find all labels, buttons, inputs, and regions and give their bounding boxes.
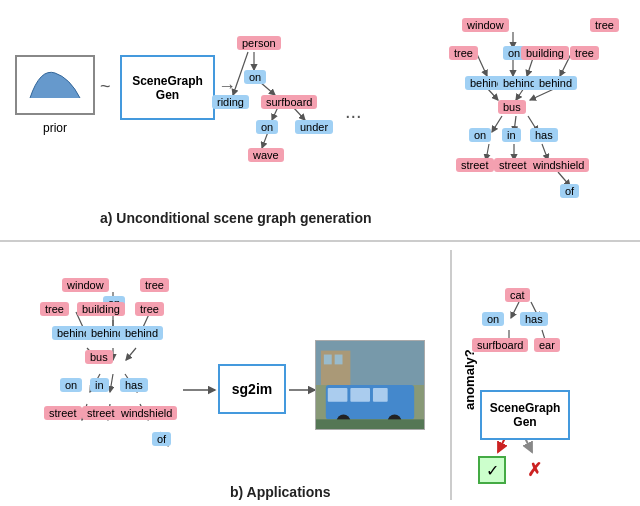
node-of-top: of	[560, 184, 579, 198]
node-street2-bot: street	[82, 406, 120, 420]
svg-rect-51	[373, 388, 388, 402]
node-building-top: building	[521, 46, 569, 60]
node-in-top: in	[502, 128, 521, 142]
node-street1-bot: street	[44, 406, 82, 420]
node-in-bot: in	[90, 378, 109, 392]
prior-label: prior	[38, 120, 72, 136]
vertical-divider	[450, 250, 452, 500]
check-box: ✓	[478, 456, 506, 484]
node-tree-bot-r: tree	[135, 302, 164, 316]
svg-line-31	[110, 374, 113, 392]
scenegraphgen-label-bot: SceneGraphGen	[490, 401, 561, 429]
scenegraphgen-label-top: SceneGraphGen	[132, 74, 203, 102]
node-behind3-top: behind	[534, 76, 577, 90]
node-street1-top: street	[456, 158, 494, 172]
node-ear: ear	[534, 338, 560, 352]
node-window-bot: window	[62, 278, 109, 292]
node-tree-right-top: tree	[570, 46, 599, 60]
node-has-top: has	[530, 128, 558, 142]
node-on-bus-top: on	[469, 128, 491, 142]
node-tree-bot-tl: tree	[140, 278, 169, 292]
node-tree-bot-l: tree	[40, 302, 69, 316]
node-on-bot-bus: on	[60, 378, 82, 392]
node-has-cat: has	[520, 312, 548, 326]
scenegraphgen-box-bot: SceneGraphGen	[480, 390, 570, 440]
sg2im-box: sg2im	[218, 364, 286, 414]
svg-line-28	[126, 348, 136, 360]
svg-rect-47	[335, 355, 343, 365]
node-tree-left-top: tree	[449, 46, 478, 60]
tilde-symbol: ~	[100, 76, 111, 97]
bus-image	[315, 340, 425, 430]
node-cat: cat	[505, 288, 530, 302]
node-under: under	[295, 120, 333, 134]
node-surfboard-bot: surfboard	[472, 338, 528, 352]
dots-separator: ...	[345, 100, 362, 123]
section-divider	[0, 240, 640, 242]
node-surfboard-top: surfboard	[261, 95, 317, 109]
cross-box: ✗	[520, 456, 548, 484]
svg-line-42	[498, 438, 505, 452]
node-bus-bot: bus	[85, 350, 113, 364]
node-windshield-bot: windshield	[116, 406, 177, 420]
svg-rect-50	[350, 388, 370, 402]
node-bus-top: bus	[498, 100, 526, 114]
scenegraphgen-box-top: SceneGraphGen	[120, 55, 215, 120]
node-on-cat: on	[482, 312, 504, 326]
node-has-bot: has	[120, 378, 148, 392]
section-b-label: b) Applications	[230, 484, 331, 500]
svg-line-38	[511, 302, 519, 318]
svg-line-43	[525, 438, 532, 452]
node-on-mid: on	[244, 70, 266, 84]
node-of-bot: of	[152, 432, 171, 446]
svg-rect-54	[316, 419, 424, 429]
arrow-to-middle: →	[218, 76, 236, 97]
node-behind3-bot: behind	[120, 326, 163, 340]
svg-rect-46	[324, 355, 332, 365]
svg-line-14	[492, 116, 502, 132]
node-building-bot: building	[77, 302, 125, 316]
node-riding: riding	[212, 95, 249, 109]
node-on2-top: on	[256, 120, 278, 134]
node-windshield-top: windshield	[528, 158, 589, 172]
sg2im-label: sg2im	[232, 381, 272, 397]
node-person: person	[237, 36, 281, 50]
svg-rect-49	[328, 388, 348, 402]
node-street2-top: street	[494, 158, 532, 172]
svg-line-4	[262, 132, 268, 148]
prior-box	[15, 55, 95, 115]
node-tree-top-r: tree	[590, 18, 619, 32]
node-wave: wave	[248, 148, 284, 162]
diagram-container: prior ~ SceneGraphGen → person on riding…	[0, 0, 640, 506]
section-a-label: a) Unconditional scene graph generation	[100, 210, 371, 226]
node-window-top: window	[462, 18, 509, 32]
